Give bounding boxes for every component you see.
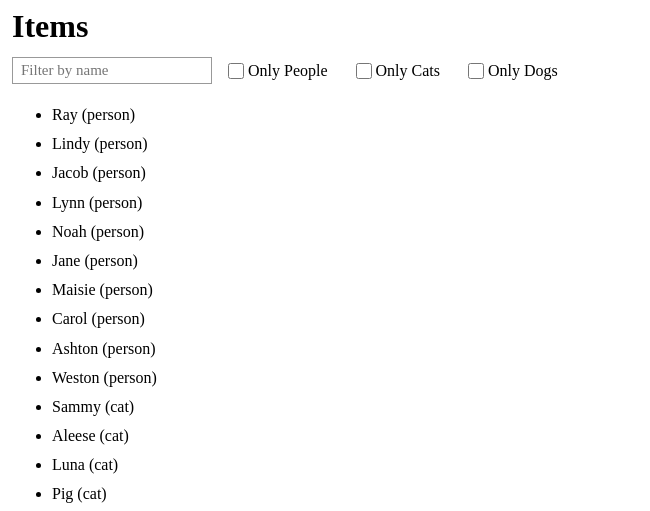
list-item: Ashton (person) xyxy=(52,334,638,363)
only-cats-label[interactable]: Only Cats xyxy=(376,62,440,80)
list-item: Luna (cat) xyxy=(52,450,638,479)
list-item: Weston (person) xyxy=(52,363,638,392)
list-item: Carol (person) xyxy=(52,304,638,333)
list-item: Jane (person) xyxy=(52,246,638,275)
only-cats-group: Only Cats xyxy=(356,62,452,80)
only-dogs-label[interactable]: Only Dogs xyxy=(488,62,558,80)
only-cats-checkbox[interactable] xyxy=(356,63,372,79)
list-item: Maisie (person) xyxy=(52,275,638,304)
items-list: Ray (person)Lindy (person)Jacob (person)… xyxy=(12,100,638,511)
only-dogs-group: Only Dogs xyxy=(468,62,570,80)
list-item: Pig (cat) xyxy=(52,479,638,508)
only-people-label[interactable]: Only People xyxy=(248,62,328,80)
list-item: Jacob (person) xyxy=(52,158,638,187)
only-people-group: Only People xyxy=(228,62,340,80)
list-item: Ray (person) xyxy=(52,100,638,129)
only-dogs-checkbox[interactable] xyxy=(468,63,484,79)
list-item: Aleese (cat) xyxy=(52,421,638,450)
filter-row: Only People Only Cats Only Dogs xyxy=(12,57,638,84)
list-item: Lynn (person) xyxy=(52,188,638,217)
only-people-checkbox[interactable] xyxy=(228,63,244,79)
list-item: Noah (person) xyxy=(52,217,638,246)
list-item: Sammy (cat) xyxy=(52,392,638,421)
list-item: Lindy (person) xyxy=(52,129,638,158)
page-title: Items xyxy=(12,8,638,45)
filter-input[interactable] xyxy=(12,57,212,84)
